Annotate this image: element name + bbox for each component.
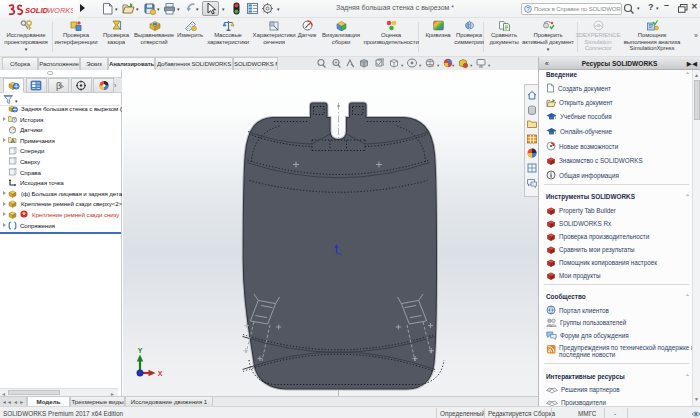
svg-text:X: X xyxy=(158,370,163,377)
svg-text:SOLID: SOLID xyxy=(25,5,49,14)
svg-text:β: β xyxy=(56,81,61,91)
svg-text:WORKS: WORKS xyxy=(47,5,73,14)
svg-text:?: ? xyxy=(527,6,530,12)
svg-text:Y: Y xyxy=(138,347,143,354)
